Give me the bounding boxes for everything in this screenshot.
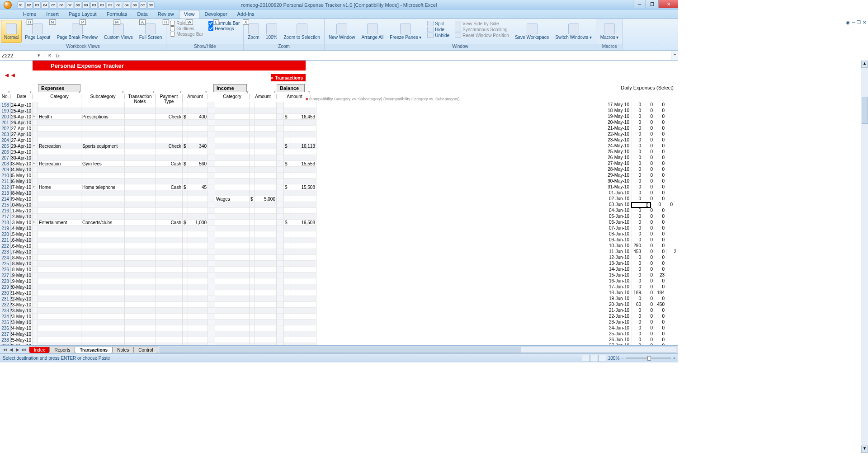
- cell[interactable]: [215, 278, 250, 284]
- cell[interactable]: [38, 155, 81, 161]
- cell[interactable]: 235: [0, 320, 11, 325]
- cell[interactable]: [255, 320, 277, 325]
- sheet-tab-notes[interactable]: Notes: [112, 347, 134, 353]
- daily-cell[interactable]: 0: [655, 114, 666, 120]
- cell[interactable]: [156, 278, 183, 284]
- cell[interactable]: 25-May-10: [11, 343, 33, 345]
- cell[interactable]: [81, 149, 125, 155]
- cell[interactable]: [250, 161, 255, 167]
- cell[interactable]: [291, 120, 316, 126]
- cell[interactable]: 19-May-10: [11, 278, 33, 284]
- cell[interactable]: [284, 179, 291, 184]
- cell[interactable]: [277, 196, 284, 202]
- cell[interactable]: [250, 132, 255, 137]
- tab-prev-icon[interactable]: ◀: [8, 347, 14, 352]
- cell[interactable]: [208, 226, 215, 231]
- cell[interactable]: 212: [0, 184, 11, 190]
- table-row[interactable]: 20803-May-10RecreationGym feesCash$560$1…: [0, 161, 678, 167]
- cell[interactable]: [38, 267, 81, 273]
- cell[interactable]: [277, 290, 284, 296]
- cell[interactable]: 217: [0, 214, 11, 220]
- cell[interactable]: [183, 202, 188, 208]
- cell[interactable]: [277, 337, 284, 343]
- cell[interactable]: [277, 249, 284, 255]
- daily-cell[interactable]: 0: [631, 273, 643, 278]
- cell[interactable]: [188, 132, 208, 137]
- cell[interactable]: [291, 331, 316, 337]
- cell[interactable]: [277, 220, 284, 226]
- cell[interactable]: [33, 102, 38, 108]
- daily-row[interactable]: 20-May-10000: [608, 120, 678, 126]
- cell[interactable]: [38, 214, 81, 220]
- cell[interactable]: [156, 308, 183, 314]
- table-row[interactable]: 22920-May-10: [0, 284, 678, 290]
- cell[interactable]: [33, 137, 38, 143]
- cell[interactable]: 209: [0, 167, 11, 173]
- cell[interactable]: [183, 120, 188, 126]
- cell[interactable]: [81, 331, 125, 337]
- cell[interactable]: [188, 278, 208, 284]
- cell[interactable]: [183, 137, 188, 143]
- cell[interactable]: [188, 237, 208, 243]
- cell[interactable]: [38, 249, 81, 255]
- cell[interactable]: [277, 102, 284, 108]
- cell[interactable]: [291, 226, 316, 231]
- daily-cell[interactable]: 0: [655, 184, 666, 190]
- cell[interactable]: [125, 325, 156, 331]
- page-break-preview-button[interactable]: Page Break Preview: [53, 20, 101, 43]
- cell[interactable]: [208, 196, 215, 202]
- col-no[interactable]: No.: [0, 94, 11, 99]
- cell[interactable]: [125, 308, 156, 314]
- cell[interactable]: [284, 137, 291, 143]
- cell[interactable]: [33, 290, 38, 296]
- cell[interactable]: [81, 237, 125, 243]
- view-layout-button[interactable]: [590, 355, 598, 362]
- cell[interactable]: [125, 255, 156, 261]
- cell[interactable]: [188, 331, 208, 337]
- cell[interactable]: [250, 114, 255, 120]
- cell[interactable]: [208, 243, 215, 249]
- cell[interactable]: [81, 202, 125, 208]
- table-row[interactable]: 23122-May-10: [0, 296, 678, 302]
- cell[interactable]: [183, 179, 188, 184]
- cell[interactable]: [291, 167, 316, 173]
- cell[interactable]: [81, 278, 125, 284]
- daily-cell[interactable]: 0: [631, 155, 643, 161]
- cell[interactable]: [81, 155, 125, 161]
- cell[interactable]: [81, 261, 125, 267]
- daily-row[interactable]: 18-May-10000: [608, 108, 678, 114]
- cell[interactable]: [277, 167, 284, 173]
- daily-cell[interactable]: 0: [643, 143, 655, 149]
- cell[interactable]: [291, 132, 316, 137]
- cell[interactable]: [277, 184, 284, 190]
- cell[interactable]: [183, 331, 188, 337]
- cell[interactable]: [255, 184, 277, 190]
- freeze-panes--button[interactable]: Freeze Panes ▾: [387, 20, 425, 43]
- daily-cell[interactable]: 0: [643, 284, 655, 290]
- cell[interactable]: 203: [0, 132, 11, 137]
- cell[interactable]: [188, 337, 208, 343]
- table-row[interactable]: 23925-May-10: [0, 343, 678, 345]
- cell[interactable]: [284, 226, 291, 231]
- cell[interactable]: [125, 243, 156, 249]
- cell[interactable]: [255, 343, 277, 345]
- daily-cell[interactable]: 0: [655, 267, 666, 273]
- view-break-button[interactable]: [598, 355, 606, 362]
- cell[interactable]: [38, 179, 81, 184]
- cell[interactable]: 16-May-10: [11, 237, 33, 243]
- daily-cell[interactable]: 0: [643, 102, 655, 108]
- daily-cell[interactable]: 0: [631, 278, 643, 284]
- cell[interactable]: [188, 267, 208, 273]
- cell[interactable]: [250, 149, 255, 155]
- cell[interactable]: 30-Apr-10: [11, 155, 33, 161]
- cell[interactable]: [284, 214, 291, 220]
- cell[interactable]: 216: [0, 208, 11, 214]
- cancel-icon[interactable]: ✕: [44, 52, 53, 58]
- table-row[interactable]: 21409-May-10Wages$5,000: [0, 196, 678, 202]
- daily-cell[interactable]: 0: [655, 255, 666, 261]
- daily-cell[interactable]: 0: [651, 202, 663, 208]
- cell[interactable]: [33, 167, 38, 173]
- cell[interactable]: [284, 208, 291, 214]
- cell[interactable]: [255, 161, 277, 167]
- cell[interactable]: [215, 132, 250, 137]
